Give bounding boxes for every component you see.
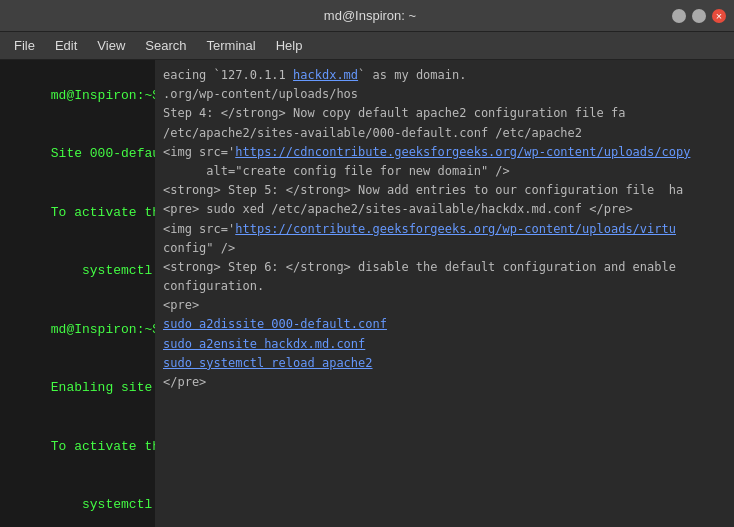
titlebar: md@Inspiron: ~ − □ × <box>0 0 734 32</box>
term-line-7: To activate the new configuration, you n… <box>4 417 151 476</box>
right-line-9: <img src='https://cdncontribute.geeksfor… <box>163 143 726 162</box>
right-line-17: <strong> Step 6: </strong> disable the d… <box>163 258 726 277</box>
menu-file[interactable]: File <box>4 35 45 56</box>
menu-view[interactable]: View <box>87 35 135 56</box>
right-line-14: <img src='https://contribute.geeksforgee… <box>163 220 726 239</box>
right-line-23: </pre> <box>163 373 726 392</box>
right-line-6: /etc/apache2/sites-available/000-default… <box>163 124 726 143</box>
right-line-5: Step 4: </strong> Now copy default apach… <box>163 104 726 123</box>
menu-terminal[interactable]: Terminal <box>197 35 266 56</box>
titlebar-controls: − □ × <box>672 9 726 23</box>
right-line-19: <pre> <box>163 296 726 315</box>
img-link-2: https://contribute.geeksforgeeks.org/wp-… <box>235 222 676 236</box>
term-line-2: Site 000-default disabled. <box>4 125 151 184</box>
close-button[interactable]: × <box>712 9 726 23</box>
menu-search[interactable]: Search <box>135 35 196 56</box>
term-line-1: md@Inspiron:~$ sudo a2dissite 000-defaul… <box>4 66 151 125</box>
right-line-12: <strong> Step 5: </strong> Now add entri… <box>163 181 726 200</box>
minimize-button[interactable]: − <box>672 9 686 23</box>
cmd-link-3: sudo systemctl reload apache2 <box>163 356 373 370</box>
prompt-1: md@Inspiron:~$ <box>51 88 155 103</box>
hackdx-link: hackdx.md <box>293 68 358 82</box>
right-line-3: .org/wp-content/uploads/hos <box>163 85 726 104</box>
cmd-link-2: sudo a2ensite hackdx.md.conf <box>163 337 365 351</box>
menu-edit[interactable]: Edit <box>45 35 87 56</box>
right-line-22: sudo systemctl reload apache2 <box>163 354 726 373</box>
right-line-15: config" /> <box>163 239 726 258</box>
term-line-3: To activate the new configuration, you n… <box>4 183 151 242</box>
prompt-2: md@Inspiron:~$ <box>51 322 155 337</box>
right-line-1: eacing `127.0.1.1 hackdx.md` as my domai… <box>163 66 726 85</box>
terminal[interactable]: md@Inspiron:~$ sudo a2dissite 000-defaul… <box>0 60 734 527</box>
right-line-10: alt="create config file for new domain" … <box>163 162 726 181</box>
terminal-left-pane[interactable]: md@Inspiron:~$ sudo a2dissite 000-defaul… <box>0 60 155 527</box>
titlebar-title: md@Inspiron: ~ <box>68 8 672 23</box>
term-line-6: Enabling site hackdx.md. <box>4 359 151 418</box>
right-line-18: configuration. <box>163 277 726 296</box>
term-line-5: md@Inspiron:~$ sudo a2ensite hackdx.md.c… <box>4 300 151 359</box>
term-line-8: systemctl reload apache2 <box>4 476 151 528</box>
menubar: File Edit View Search Terminal Help <box>0 32 734 60</box>
maximize-button[interactable]: □ <box>692 9 706 23</box>
right-line-21: sudo a2ensite hackdx.md.conf <box>163 335 726 354</box>
terminal-right-pane: eacing `127.0.1.1 hackdx.md` as my domai… <box>155 60 734 527</box>
right-line-13: <pre> sudo xed /etc/apache2/sites-availa… <box>163 200 726 219</box>
menu-help[interactable]: Help <box>266 35 313 56</box>
cmd-link-1: sudo a2dissite 000-default.conf <box>163 317 387 331</box>
img-link-1: https://cdncontribute.geeksforgeeks.org/… <box>235 145 690 159</box>
term-line-4: systemctl reload apache2 <box>4 242 151 301</box>
right-line-20: sudo a2dissite 000-default.conf <box>163 315 726 334</box>
